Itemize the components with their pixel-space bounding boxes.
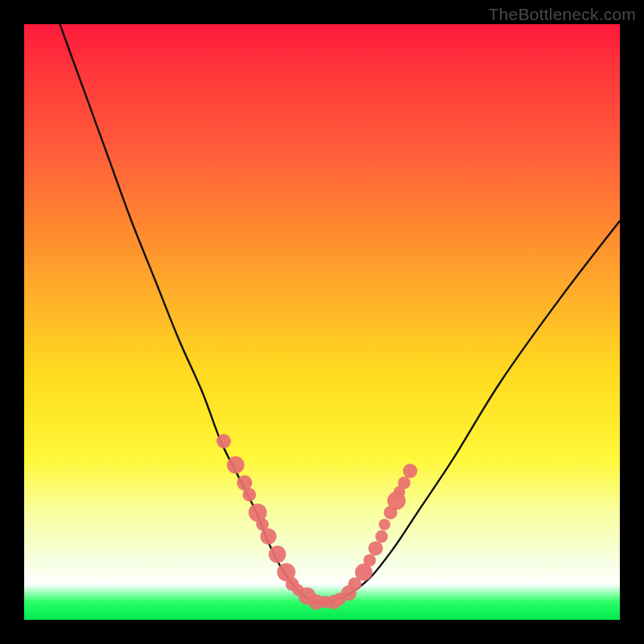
data-markers [217,434,418,609]
chart-svg [24,24,620,620]
plot-area [24,24,620,620]
data-marker [379,518,390,530]
data-marker [398,477,411,489]
data-marker [260,528,276,544]
chart-frame: TheBottleneck.com [0,0,644,644]
data-marker [369,541,383,555]
data-marker [269,546,287,564]
data-marker [375,530,388,543]
data-marker [403,464,418,478]
watermark-text: TheBottleneck.com [489,5,636,24]
bottleneck-curve [60,24,620,603]
data-marker [217,434,231,448]
data-marker [363,554,376,567]
data-marker [227,456,245,474]
data-marker [242,488,256,502]
